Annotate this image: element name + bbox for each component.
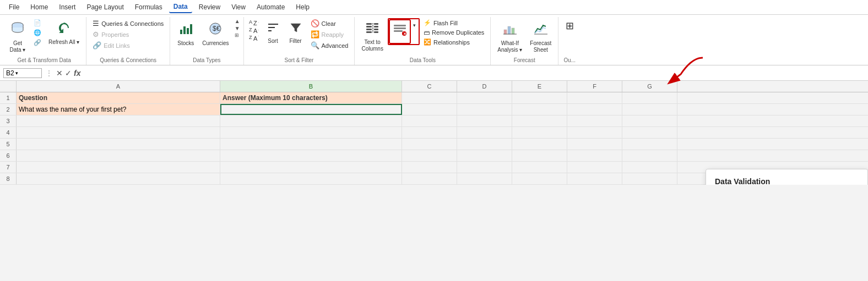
cell-d5[interactable]: [457, 139, 512, 150]
cell-e7[interactable]: [512, 162, 567, 173]
cell-b2[interactable]: [220, 104, 402, 115]
data-validation-dropdown-button[interactable]: ▾: [411, 21, 419, 30]
get-data-button[interactable]: GetData ▾: [6, 18, 30, 56]
sort-button[interactable]: Sort: [263, 18, 284, 47]
data-validation-button[interactable]: ✕: [389, 19, 411, 44]
cell-ref-dropdown-icon[interactable]: ▾: [15, 70, 18, 76]
col-header-f[interactable]: F: [567, 81, 622, 92]
cell-b3[interactable]: [220, 115, 402, 126]
cell-g4[interactable]: [622, 127, 677, 138]
from-file-btn[interactable]: 📄: [31, 18, 44, 27]
cell-c1[interactable]: [402, 92, 457, 103]
menu-item-data[interactable]: Data: [169, 1, 192, 13]
cell-g5[interactable]: [622, 139, 677, 150]
cell-b7[interactable]: [220, 162, 402, 173]
sort-custom-az[interactable]: ZA↑: [247, 34, 261, 41]
cell-b4[interactable]: [220, 127, 402, 138]
cell-f8[interactable]: [567, 173, 622, 184]
cell-f5[interactable]: [567, 139, 622, 150]
cell-e2[interactable]: [512, 104, 567, 115]
cell-d2[interactable]: [457, 104, 512, 115]
cell-g3[interactable]: [622, 115, 677, 126]
col-header-d[interactable]: D: [457, 81, 512, 92]
remove-duplicates-button[interactable]: 🗃 Remove Duplicates: [421, 28, 487, 37]
cell-g1[interactable]: [622, 92, 677, 103]
cell-g6[interactable]: [622, 150, 677, 161]
cell-d3[interactable]: [457, 115, 512, 126]
cell-a2[interactable]: What was the name of your first pet?: [17, 104, 220, 115]
cell-d8[interactable]: [457, 173, 512, 184]
cell-reference-box[interactable]: B2 ▾: [3, 68, 42, 78]
cell-a3[interactable]: [17, 115, 220, 126]
cell-b1[interactable]: Answer (Maximum 10 characters): [220, 92, 402, 103]
cell-c8[interactable]: [402, 173, 457, 184]
insert-function-icon[interactable]: fx: [74, 69, 80, 78]
cell-g7[interactable]: [622, 162, 677, 173]
menu-item-page layout[interactable]: Page Layout: [82, 2, 128, 13]
flash-fill-button[interactable]: ⚡ Flash Fill: [421, 18, 487, 27]
scroll-up-btn[interactable]: ▲: [235, 18, 240, 24]
queries-connections-button[interactable]: ☰ Queries & Connections: [90, 18, 166, 29]
connections-btn[interactable]: 🔗: [31, 38, 44, 47]
cell-f6[interactable]: [567, 150, 622, 161]
cell-d1[interactable]: [457, 92, 512, 103]
cell-b5[interactable]: [220, 139, 402, 150]
cell-g8[interactable]: [622, 173, 677, 184]
cell-e4[interactable]: [512, 127, 567, 138]
sort-za-button[interactable]: ZA↓: [247, 26, 261, 34]
stocks-button[interactable]: Stocks: [173, 18, 198, 49]
what-if-analysis-button[interactable]: What-IfAnalysis ▾: [494, 18, 525, 56]
cell-f3[interactable]: [567, 115, 622, 126]
filter-button[interactable]: Filter: [285, 18, 307, 47]
confirm-formula-icon[interactable]: ✓: [65, 69, 72, 78]
col-header-a[interactable]: A: [17, 81, 220, 92]
menu-item-view[interactable]: View: [227, 2, 250, 13]
properties-button[interactable]: ⚙ Properties: [90, 29, 166, 40]
cell-b6[interactable]: [220, 150, 402, 161]
cell-e5[interactable]: [512, 139, 567, 150]
currencies-button[interactable]: $€ Currencies: [199, 18, 232, 49]
relationships-button[interactable]: 🔀 Relationships: [421, 37, 487, 47]
edit-links-button[interactable]: 🔗 Edit Links: [90, 40, 166, 51]
clear-button[interactable]: 🚫 Clear: [308, 18, 351, 29]
expand-btn[interactable]: ⊞: [235, 32, 240, 38]
outline-button[interactable]: ⊞: [562, 18, 577, 35]
cell-a7[interactable]: [17, 162, 220, 173]
cell-f4[interactable]: [567, 127, 622, 138]
cell-e6[interactable]: [512, 150, 567, 161]
cell-d4[interactable]: [457, 127, 512, 138]
menu-item-review[interactable]: Review: [194, 2, 225, 13]
advanced-button[interactable]: 🔍 Advanced: [308, 40, 351, 51]
cell-a4[interactable]: [17, 127, 220, 138]
cell-f1[interactable]: [567, 92, 622, 103]
menu-item-home[interactable]: Home: [26, 2, 52, 13]
cell-e8[interactable]: [512, 173, 567, 184]
cell-e3[interactable]: [512, 115, 567, 126]
cell-a8[interactable]: [17, 173, 220, 184]
cell-e1[interactable]: [512, 92, 567, 103]
from-web-btn[interactable]: 🌐: [31, 28, 44, 37]
forecast-sheet-button[interactable]: ForecastSheet: [527, 18, 555, 56]
sort-az-button[interactable]: AZ↓: [247, 18, 261, 26]
cell-c5[interactable]: [402, 139, 457, 150]
formula-input[interactable]: [83, 69, 865, 78]
menu-item-formulas[interactable]: Formulas: [131, 2, 167, 13]
cell-c2[interactable]: [402, 104, 457, 115]
scroll-down-btn[interactable]: ▼: [235, 25, 240, 31]
refresh-all-button[interactable]: Refresh All ▾: [45, 18, 83, 48]
cell-b8[interactable]: [220, 173, 402, 184]
cell-c6[interactable]: [402, 150, 457, 161]
menu-item-help[interactable]: Help: [291, 2, 314, 13]
cell-c4[interactable]: [402, 127, 457, 138]
cell-a6[interactable]: [17, 150, 220, 161]
reapply-button[interactable]: 🔁 Reapply: [308, 29, 351, 40]
menu-item-automate[interactable]: Automate: [252, 2, 289, 13]
cell-f2[interactable]: [567, 104, 622, 115]
cell-a5[interactable]: [17, 139, 220, 150]
cell-d6[interactable]: [457, 150, 512, 161]
cell-d7[interactable]: [457, 162, 512, 173]
cell-c3[interactable]: [402, 115, 457, 126]
cell-a1[interactable]: Question: [17, 92, 220, 103]
menu-item-insert[interactable]: Insert: [55, 2, 80, 13]
menu-item-file[interactable]: File: [4, 2, 24, 13]
